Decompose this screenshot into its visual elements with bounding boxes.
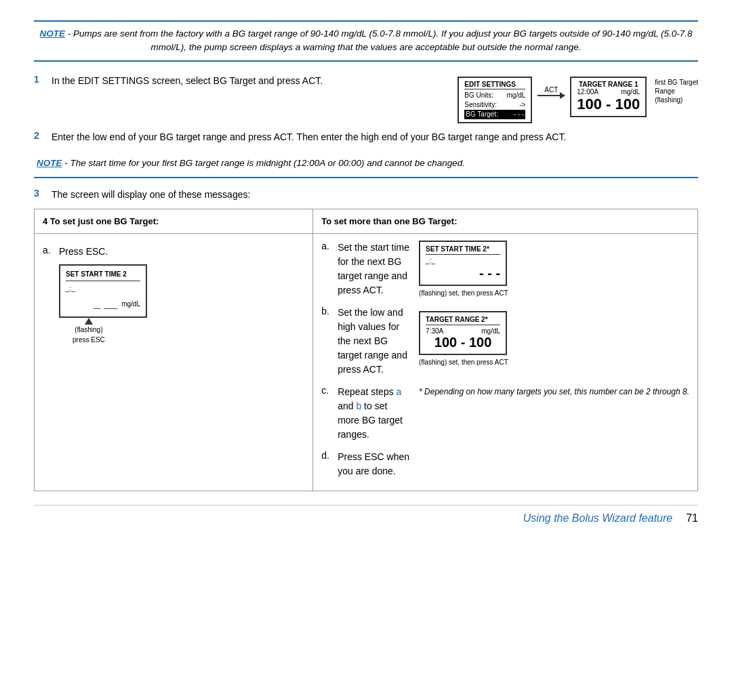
note-block-2: NOTE - The start time for your first BG … — [34, 151, 698, 178]
step-1-content: In the EDIT SETTINGS screen, select BG T… — [52, 74, 698, 123]
tr1-sub: 12:00A mg/dL — [577, 88, 640, 96]
footnote-text: * Depending on how many targets you set,… — [419, 386, 689, 398]
target-range1-area: TARGET RANGE 1 12:00A mg/dL 100 - 100 — [570, 77, 647, 117]
step-3-num: 3 — [34, 188, 47, 199]
tr2-time: 7:30A — [426, 327, 443, 335]
right-d-content: Press ESC when you are done. — [338, 450, 411, 478]
edit-settings-screen: EDIT SETTINGS BG Units: mg/dL Sensitivit… — [458, 77, 532, 123]
left-a-label: a. — [43, 245, 56, 255]
sst-title-right: SET START TIME 2* — [426, 245, 500, 255]
right-substeps-text: a. Set the start time for the next BG ta… — [321, 241, 411, 484]
sensitivity-val: -> — [519, 100, 525, 110]
step-1-row: 1 In the EDIT SETTINGS screen, select BG… — [34, 74, 698, 123]
bg-target-label: BG Target: — [466, 110, 498, 119]
note-label-1: NOTE — [40, 28, 66, 39]
tr1-value: 100 - 100 — [577, 96, 640, 113]
step-2-text: Enter the low end of your BG target rang… — [52, 130, 698, 144]
sst-row2-right: - - - — [426, 266, 500, 281]
sst-screen2-area: SET START TIME 2* _:_ - - - (flashing) s… — [419, 241, 689, 297]
flashing-label-left: (flashing) press ESC — [73, 325, 105, 345]
tr1-time: 12:00A — [577, 88, 598, 96]
right-col-layout: a. Set the start time for the next BG ta… — [321, 241, 689, 484]
tr1-title: TARGET RANGE 1 — [577, 81, 640, 88]
sst-note-right: (flashing) set, then press ACT — [419, 289, 508, 297]
right-a-content: Set the start time for the next BG targe… — [338, 241, 411, 297]
right-b-row: b. Set the low and high values for the n… — [321, 306, 411, 377]
tr2-note: (flashing) set, then press ACT — [419, 358, 508, 367]
col-right-header: To set more than one BG Target: — [313, 209, 698, 233]
note-text-2: - The start time for your first BG targe… — [62, 158, 466, 168]
tr2-sub: 7:30A mg/dL — [426, 327, 500, 335]
arrow-line — [537, 95, 565, 96]
sst-value-right: - - - — [479, 266, 500, 281]
right-col-body: a. Set the start time for the next BG ta… — [313, 233, 698, 491]
main-table: 4 To set just one BG Target: To set more… — [34, 209, 698, 491]
step-2-num: 2 — [34, 130, 47, 141]
sst-unit-left: mg/dL — [121, 299, 140, 309]
table-header-row: 4 To set just one BG Target: To set more… — [35, 209, 698, 233]
edit-settings-row1: BG Units: mg/dL — [464, 91, 525, 100]
step-2-content: Enter the low end of your BG target rang… — [52, 130, 698, 144]
left-a-text: Press ESC. — [59, 245, 304, 259]
flashing-area: (flashing) press ESC — [73, 318, 105, 345]
step-3-row: 3 The screen will display one of these m… — [34, 188, 698, 202]
edit-settings-title: EDIT SETTINGS — [464, 81, 525, 89]
act-label: ACT — [544, 86, 558, 94]
right-screens: SET START TIME 2* _:_ - - - (flashing) s… — [419, 241, 689, 484]
left-a-row: a. Press ESC. SET START TIME 2 _:_ _ __ … — [43, 245, 304, 345]
col-left-header: 4 To set just one BG Target: — [35, 209, 313, 233]
tr2-screen-area: TARGET RANGE 2* 7:30A mg/dL 100 - 100 (f… — [419, 311, 689, 367]
right-d-label: d. — [321, 450, 335, 461]
steps-section: 1 In the EDIT SETTINGS screen, select BG… — [34, 74, 698, 144]
bg-units-label: BG Units: — [464, 91, 493, 100]
tr2-screen: TARGET RANGE 2* 7:30A mg/dL 100 - 100 — [419, 311, 507, 355]
bg-units-val: mg/dL — [507, 91, 526, 100]
right-c-a-link: a — [396, 386, 402, 397]
right-b-label: b. — [321, 306, 335, 316]
step-3-text: The screen will display one of these mes… — [52, 188, 698, 202]
right-c-text1: Repeat steps — [338, 386, 396, 397]
right-c-row: c. Repeat steps a and b to set more BG t… — [321, 385, 411, 442]
bg-target-val: - - - — [514, 110, 525, 119]
edit-settings-row2: Sensitivity: -> — [464, 100, 525, 110]
right-a-row: a. Set the start time for the next BG ta… — [321, 241, 411, 297]
arrow-up-icon — [85, 318, 93, 325]
sst-row1-left: _:_ — [66, 283, 140, 293]
right-a-label: a. — [321, 241, 335, 251]
target-range1-screen: TARGET RANGE 1 12:00A mg/dL 100 - 100 — [570, 77, 647, 117]
col-right-header-text: To set more than one BG Target: — [321, 216, 457, 226]
right-c-content: Repeat steps a and b to set more BG targ… — [338, 385, 411, 442]
left-screen-area: SET START TIME 2 _:_ _ __ mg/dL (f — [59, 264, 304, 345]
tr2-unit: mg/dL — [481, 327, 500, 335]
right-b-content: Set the low and high values for the next… — [338, 306, 411, 377]
screens-row: EDIT SETTINGS BG Units: mg/dL Sensitivit… — [458, 77, 698, 123]
sst-row2-left: _ __ mg/dL — [66, 295, 140, 313]
col-left-header-text: 4 To set just one BG Target: — [43, 216, 159, 226]
sst-screen-left: SET START TIME 2 _:_ _ __ mg/dL — [59, 264, 147, 318]
left-col-body: a. Press ESC. SET START TIME 2 _:_ _ __ … — [35, 233, 313, 491]
note-block-1: NOTE - Pumps are sent from the factory w… — [34, 20, 698, 62]
step-1-layout: In the EDIT SETTINGS screen, select BG T… — [52, 74, 698, 123]
note-label-2: NOTE — [37, 158, 62, 168]
tr2-title: TARGET RANGE 2* — [426, 316, 500, 325]
right-d-row: d. Press ESC when you are done. — [321, 450, 411, 478]
step-1-num: 1 — [34, 74, 47, 85]
edit-settings-row3: BG Target: - - - — [464, 110, 525, 119]
tr1-unit: mg/dL — [621, 88, 640, 96]
act-arrow: ACT — [537, 86, 565, 96]
first-bg-label: first BG TargetRange(flashing) — [655, 78, 698, 104]
page-footer: Using the Bolus Wizard feature 71 — [34, 505, 698, 524]
tr2-value: 100 - 100 — [426, 335, 500, 350]
sst-value-left: _ __ — [94, 295, 117, 313]
right-c-text2: and — [338, 400, 356, 411]
sst-screen-right: SET START TIME 2* _:_ - - - — [419, 241, 507, 286]
note-text-1: - Pumps are sent from the factory with a… — [65, 28, 692, 52]
page-number: 71 — [686, 512, 698, 524]
left-a-content: Press ESC. SET START TIME 2 _:_ _ __ mg/… — [59, 245, 304, 345]
left-substeps: a. Press ESC. SET START TIME 2 _:_ _ __ … — [43, 245, 304, 345]
table-body-row: a. Press ESC. SET START TIME 2 _:_ _ __ … — [35, 233, 698, 491]
sensitivity-label: Sensitivity: — [464, 100, 497, 110]
step-2-row: 2 Enter the low end of your BG target ra… — [34, 130, 698, 144]
sst-row1-right: _:_ — [426, 257, 500, 264]
right-c-label: c. — [321, 385, 335, 396]
